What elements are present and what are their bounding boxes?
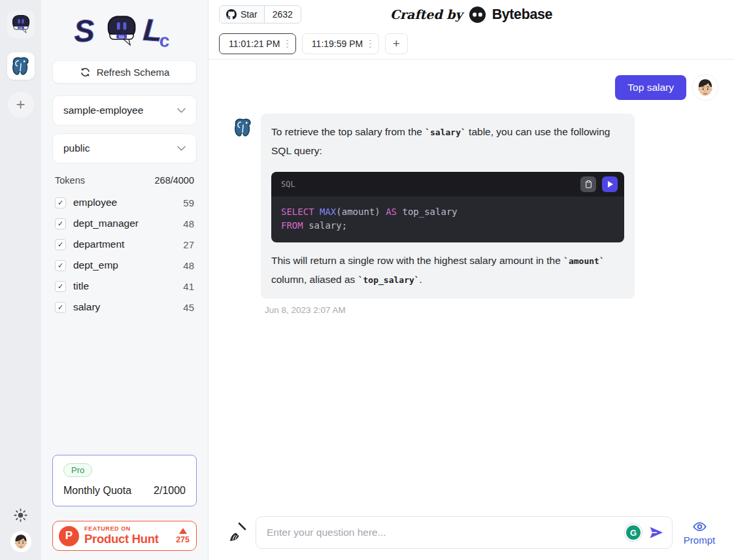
table-list: ✓employee59✓dept_manager48✓department27✓… [52, 192, 197, 318]
table-row[interactable]: ✓department27 [55, 234, 194, 255]
bytebase-wordmark: Bytebase [492, 7, 552, 23]
refresh-schema-label: Refresh Schema [97, 67, 170, 78]
main-panel: Star 2632 Crafted by Bytebase 11:01:21 P… [209, 0, 734, 560]
code-line: SELECT MAX(amount) AS top_salary [281, 205, 614, 219]
clear-conversation-broom-icon[interactable] [228, 522, 246, 543]
table-checkbox[interactable]: ✓ [55, 260, 66, 271]
pro-badge: Pro [63, 463, 92, 477]
tokens-summary: Tokens 268/4000 [52, 175, 197, 186]
product-hunt-logo-icon: P [59, 526, 79, 546]
code-language-label: SQL [281, 175, 295, 193]
run-query-button[interactable] [602, 176, 618, 192]
prompt-button[interactable]: Prompt [680, 519, 718, 546]
eye-icon [692, 519, 708, 534]
bytebase-logo-icon [469, 6, 486, 24]
github-icon [226, 9, 237, 20]
assistant-postgresql-avatar [233, 118, 253, 137]
rail-bottom [10, 508, 31, 552]
table-name: dept_emp [73, 259, 118, 271]
assistant-message-bubble: To retrieve the top salary from the `sal… [261, 114, 635, 299]
sql-chat-app: + S L [0, 0, 734, 560]
postgresql-icon [11, 56, 31, 76]
inline-code: `salary` [425, 127, 466, 137]
play-icon [608, 181, 613, 188]
table-checkbox[interactable]: ✓ [55, 218, 66, 229]
table-name: department [73, 239, 124, 250]
user-avatar-image [10, 531, 31, 552]
send-message-icon[interactable] [648, 525, 664, 540]
table-checkbox[interactable]: ✓ [55, 281, 66, 292]
table-row[interactable]: ✓employee59 [55, 192, 194, 213]
refresh-schema-button[interactable]: Refresh Schema [52, 60, 197, 84]
schema-select-value: public [63, 142, 90, 154]
crafted-by-brand[interactable]: Crafted by Bytebase [390, 6, 552, 24]
table-row[interactable]: ✓dept_manager48 [55, 213, 194, 234]
table-token-count: 41 [183, 281, 194, 292]
product-hunt-badge[interactable]: P FEATURED ON Product Hunt 275 [52, 521, 197, 551]
table-row[interactable]: ✓title41 [55, 276, 194, 297]
table-token-count: 48 [183, 218, 194, 229]
prompt-label: Prompt [684, 535, 715, 546]
table-name: title [73, 280, 89, 292]
github-star-button[interactable]: Star 2632 [219, 5, 301, 24]
plus-icon: + [393, 37, 400, 51]
crafted-by-label: Crafted by [390, 7, 463, 22]
database-select[interactable]: sample-employee [52, 95, 197, 125]
database-select-value: sample-employee [63, 105, 143, 116]
new-conversation-button[interactable]: + [385, 33, 408, 54]
table-name: dept_manager [73, 218, 139, 229]
star-label: Star [241, 9, 258, 20]
conversation-tabs: 11:01:21 PM 11:19:59 PM + [209, 29, 734, 59]
sidebar: S L c Refresh Schema [41, 0, 209, 560]
schema-select[interactable]: public [52, 133, 197, 163]
chat-area: Top salary To retrieve the top salary fr… [209, 59, 734, 516]
tab-label: 11:01:21 PM [229, 39, 280, 49]
theme-sun-icon[interactable] [14, 508, 27, 522]
message-timestamp: Jun 8, 2023 2:07 AM [265, 305, 734, 315]
quota-card: Pro Monthly Quota 2/1000 [52, 455, 197, 506]
table-token-count: 48 [183, 260, 194, 271]
tab-label: 11:19:59 PM [312, 39, 363, 49]
product-hunt-votes: 275 [176, 535, 190, 544]
table-checkbox[interactable]: ✓ [55, 197, 66, 208]
main-header: Star 2632 Crafted by Bytebase [209, 0, 734, 29]
tokens-value: 268/4000 [155, 175, 194, 186]
table-checkbox[interactable]: ✓ [55, 302, 66, 313]
chevron-down-icon [177, 108, 186, 113]
refresh-icon [80, 67, 91, 78]
table-name: salary [73, 301, 100, 313]
question-input-box: G [256, 516, 673, 549]
copy-code-button[interactable] [580, 176, 596, 192]
product-hunt-featured-label: FEATURED ON [84, 526, 159, 532]
tab-conversation-1[interactable]: 11:01:21 PM [219, 33, 296, 54]
inline-code: `top_salary` [358, 275, 420, 285]
svg-text:c: c [158, 30, 170, 51]
table-token-count: 45 [183, 302, 194, 313]
user-profile-avatar[interactable] [10, 531, 31, 552]
tab-menu-dots-icon[interactable] [368, 39, 373, 50]
product-hunt-name: Product Hunt [84, 533, 159, 546]
assistant-paragraph: To retrieve the top salary from the `sal… [271, 123, 624, 160]
plus-icon: + [16, 97, 25, 112]
grammarly-icon[interactable]: G [626, 525, 641, 540]
tab-conversation-2[interactable]: 11:19:59 PM [302, 33, 379, 54]
chevron-down-icon [177, 146, 186, 151]
table-name: employee [73, 197, 117, 208]
add-connection-button[interactable]: + [8, 91, 34, 118]
table-row[interactable]: ✓dept_emp48 [55, 255, 194, 276]
code-line: FROM salary; [281, 219, 614, 233]
question-input[interactable] [267, 527, 626, 538]
inline-code: `amount` [563, 256, 605, 266]
star-count: 2632 [264, 6, 301, 23]
table-token-count: 59 [183, 197, 194, 208]
tab-menu-dots-icon[interactable] [285, 39, 290, 50]
tokens-label: Tokens [55, 175, 85, 186]
table-row[interactable]: ✓salary45 [55, 297, 194, 318]
svg-text:S: S [73, 13, 95, 49]
connection-postgres-selected[interactable] [7, 52, 35, 80]
conversation-bot-icon[interactable] [7, 10, 35, 38]
composer: G Prompt [209, 516, 734, 560]
sql-code: SELECT MAX(amount) AS top_salaryFROM sal… [271, 197, 624, 242]
sqlchat-logo: S L c [52, 0, 197, 60]
table-checkbox[interactable]: ✓ [55, 239, 66, 250]
